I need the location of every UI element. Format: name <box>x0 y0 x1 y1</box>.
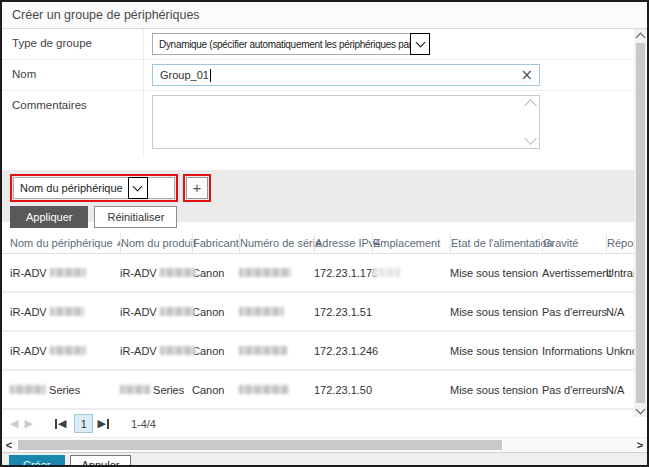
scroll-up-icon[interactable] <box>637 29 644 42</box>
table-row[interactable]: Series SeriesCanon172.23.1.50Mise sous t… <box>2 371 647 410</box>
table-cell: 172.23.1.51 <box>314 306 372 318</box>
cell-text: N/A <box>606 306 624 318</box>
column-header-label: Nom du produit <box>121 237 196 249</box>
dialog-title: Créer un groupe de périphériques <box>12 8 200 22</box>
scroll-left-icon[interactable]: < <box>2 439 16 451</box>
table-cell: Mise sous tension <box>450 267 542 279</box>
cell-text: iR-ADV <box>10 267 50 279</box>
cancel-button[interactable]: Annuler <box>70 455 132 467</box>
table-row[interactable]: iR-ADV iR-ADV Canon172.23.1.175Mise sous… <box>2 254 647 293</box>
name-label: Nom <box>2 60 144 90</box>
column-header[interactable]: Fabricant <box>192 233 239 253</box>
table-cell: Mise sous tension <box>450 306 542 318</box>
apply-button[interactable]: Appliquer <box>10 206 88 228</box>
table-cell: Series <box>10 384 120 396</box>
pagination-range-text: 1-4/4 <box>131 418 156 430</box>
table-cell: iR-ADV <box>120 345 192 357</box>
clear-input-icon[interactable]: × <box>520 66 533 85</box>
name-control: Group_01 × <box>144 60 647 90</box>
name-input[interactable]: Group_01 × <box>152 64 540 86</box>
table-cell: iR-ADV <box>10 306 120 318</box>
reset-button[interactable]: Réinitialiser <box>94 206 177 228</box>
chevron-down-icon[interactable] <box>410 33 430 55</box>
redacted-value <box>50 268 86 277</box>
table-cell <box>239 345 314 357</box>
triangle-left-icon: ◀ <box>10 418 18 429</box>
triangle-right-icon: ▶ <box>24 418 32 429</box>
previous-page-button[interactable]: ◀ <box>10 418 18 429</box>
column-header[interactable]: Nom du périphérique▲ <box>10 233 120 253</box>
create-device-group-dialog: Créer un groupe de périphériques Type de… <box>0 0 649 467</box>
annotation-highlight-add: + <box>183 174 211 202</box>
column-header-label: Emplacement <box>373 237 440 249</box>
column-header-label: Nom du périphérique <box>10 237 113 249</box>
table-cell: 172.23.1.246 <box>314 345 372 357</box>
add-filter-button[interactable]: + <box>186 177 208 199</box>
cell-text: iR-ADV <box>10 345 50 357</box>
cell-text: iR-ADV <box>120 267 160 279</box>
column-header[interactable]: Adresse IPv4 <box>314 233 372 253</box>
table-row[interactable]: iR-ADV iR-ADV Canon172.23.1.246Mise sous… <box>2 332 647 371</box>
column-header[interactable]: Etat de l'alimentation <box>450 233 542 253</box>
first-page-button[interactable]: ◀ <box>55 418 66 429</box>
table-cell: 172.23.1.175 <box>314 267 372 279</box>
cell-text: iR-ADV <box>10 306 50 318</box>
table-cell: Mise sous tension <box>450 384 542 396</box>
column-header[interactable]: Emplacement <box>372 233 450 253</box>
next-page-button[interactable]: ▶ <box>24 418 32 429</box>
vertical-scrollbar-thumb[interactable] <box>636 43 645 403</box>
cell-text: Pas d'erreurs <box>542 384 607 396</box>
redacted-value <box>239 307 284 316</box>
column-header-label: Adresse IPv4 <box>315 237 380 249</box>
scroll-right-icon[interactable]: > <box>633 439 647 451</box>
horizontal-scrollbar[interactable]: < > <box>2 437 647 452</box>
scroll-down-icon[interactable] <box>524 132 537 145</box>
cell-text: Mise sous tension <box>450 384 538 396</box>
dialog-title-bar: Créer un groupe de périphériques <box>2 2 647 29</box>
column-header-label: Fabricant <box>193 237 239 249</box>
table-cell: Canon <box>192 267 239 279</box>
table-cell: iR-ADV <box>10 345 120 357</box>
scroll-up-icon[interactable] <box>524 99 537 112</box>
cell-text: Mise sous tension <box>450 345 538 357</box>
pagination-bar: ◀ ▶ ◀ 1 ▶ 1-4/4 <box>2 410 647 437</box>
filter-attribute-selected-value: Nom du périphérique <box>14 178 129 198</box>
table-cell: 172.23.1.50 <box>314 384 372 396</box>
horizontal-scrollbar-thumb[interactable] <box>18 440 502 450</box>
cell-text: Mise sous tension <box>450 267 538 279</box>
cell-text: Canon <box>192 384 224 396</box>
last-page-button[interactable]: ▶ <box>97 418 108 429</box>
cell-text: Series <box>46 384 80 396</box>
table-row[interactable]: iR-ADV iR-ADV Canon172.23.1.51Mise sous … <box>2 293 647 332</box>
bar-icon <box>107 419 109 429</box>
cell-text: 172.23.1.51 <box>314 306 372 318</box>
column-header[interactable]: Gravité <box>542 233 606 253</box>
group-type-control: Dynamique (spécifier automatiquement les… <box>144 29 647 59</box>
redacted-value <box>372 268 400 277</box>
table-cell <box>239 384 314 396</box>
cell-text: Mise sous tension <box>450 306 538 318</box>
create-button[interactable]: Créer <box>9 455 65 467</box>
column-header-label: Gravité <box>543 237 578 249</box>
table-cell: iR-ADV <box>120 267 192 279</box>
table-cell: Pas d'erreurs <box>542 384 606 396</box>
vertical-scrollbar[interactable] <box>634 29 647 417</box>
column-header[interactable]: Numéro de série <box>239 233 314 253</box>
scroll-down-icon[interactable] <box>637 404 644 417</box>
filter-attribute-select[interactable]: Nom du périphérique <box>13 177 175 199</box>
cell-text: 172.23.1.50 <box>314 384 372 396</box>
dialog-footer: Créer Annuler <box>2 452 647 467</box>
table-cell: Avertissement <box>542 267 606 279</box>
cell-text: Series <box>150 384 184 396</box>
comments-textarea[interactable] <box>152 95 540 149</box>
group-type-select[interactable]: Dynamique (spécifier automatiquement les… <box>152 33 430 55</box>
cell-text: Canon <box>192 345 224 357</box>
current-page-indicator[interactable]: 1 <box>74 414 93 433</box>
redacted-value <box>10 385 46 394</box>
triangle-left-icon: ◀ <box>58 418 66 429</box>
cell-text: iR-ADV <box>120 306 160 318</box>
cell-text: Informations <box>542 345 603 357</box>
column-header[interactable]: Nom du produit <box>120 233 192 253</box>
chevron-down-icon[interactable] <box>128 177 148 199</box>
bar-icon <box>55 419 57 429</box>
